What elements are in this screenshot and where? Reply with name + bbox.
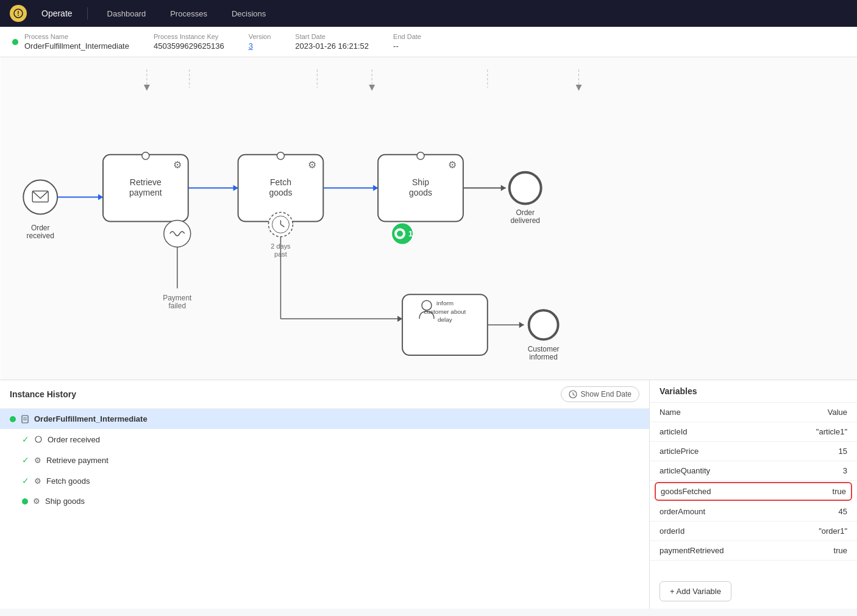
svg-text:Order: Order [31, 224, 50, 232]
brand-name: Operate [41, 9, 73, 18]
process-header: Process Name OrderFulfillment_Intermedia… [0, 27, 857, 57]
history-header: Instance History Show End Date [0, 380, 649, 409]
nav-dashboard[interactable]: Dashboard [102, 7, 151, 21]
completed-check-icon: ✓ [22, 434, 29, 444]
history-title: Instance History [10, 389, 76, 399]
gear-icon-fetch: ⚙ [34, 476, 41, 486]
history-item-order-received[interactable]: ✓ Order received [0, 429, 649, 450]
instance-key-field: Process Instance Key 4503599629625136 [154, 33, 224, 51]
svg-text:received: received [27, 232, 54, 240]
svg-text:goods: goods [409, 188, 432, 197]
completed-check-icon-2: ✓ [22, 455, 29, 465]
nav-decisions[interactable]: Decisions [227, 7, 271, 21]
svg-text:failed: failed [168, 302, 186, 310]
process-name-label: Process Name [24, 33, 129, 40]
version-value[interactable]: 3 [249, 41, 271, 51]
svg-text:payment: payment [129, 188, 162, 197]
var-row-articleprice: articlePrice 15 [650, 442, 857, 461]
var-value-paymentretrieved: true [834, 546, 847, 555]
version-label: Version [249, 33, 271, 40]
history-item-root[interactable]: OrderFulfillment_Intermediate [0, 409, 649, 429]
svg-text:⚙: ⚙ [308, 160, 316, 170]
gear-icon-retrieve: ⚙ [34, 456, 41, 465]
svg-point-53 [510, 172, 541, 204]
var-row-orderid: orderId "order1" [650, 522, 857, 541]
var-name-articleprice: articlePrice [660, 447, 839, 456]
process-name-field: Process Name OrderFulfillment_Intermedia… [24, 33, 129, 51]
variables-table: Name Value articleId "article1" articleP… [650, 403, 857, 574]
var-value-articlequantity: 3 [843, 466, 847, 475]
svg-point-66 [529, 310, 558, 339]
add-variable-button[interactable]: + Add Variable [660, 581, 731, 601]
svg-point-12 [23, 180, 57, 214]
svg-text:1: 1 [408, 229, 413, 238]
svg-text:⚙: ⚙ [173, 160, 182, 170]
var-row-goodsfetched: goodsFetched true [655, 482, 852, 501]
svg-text:delivered: delivered [510, 216, 540, 225]
start-date-label: Start Date [295, 33, 369, 40]
history-fetch-goods-label: Fetch goods [46, 476, 90, 486]
history-ship-goods-label: Ship goods [45, 497, 85, 506]
var-name-paymentretrieved: paymentRetrieved [660, 546, 834, 555]
nav-processes[interactable]: Processes [165, 7, 212, 21]
var-value-orderid: "order1" [819, 526, 847, 536]
var-row-paymentretrieved: paymentRetrieved true [650, 541, 857, 561]
var-name-articleid: articleId [660, 427, 816, 436]
instance-key-value: 4503599629625136 [154, 41, 224, 51]
top-navigation: ! Operate Dashboard Processes Decisions [0, 0, 857, 27]
svg-text:⚙: ⚙ [448, 160, 457, 170]
svg-point-75 [35, 436, 41, 442]
svg-text:Customer: Customer [528, 345, 560, 353]
svg-point-23 [164, 220, 191, 247]
var-name-goodsfetched: goodsFetched [661, 487, 833, 496]
variables-panel: Variables Name Value articleId "article1… [650, 380, 857, 609]
gear-icon-ship: ⚙ [33, 497, 40, 506]
add-variable-label: + Add Variable [670, 587, 721, 596]
svg-point-20 [142, 152, 149, 160]
instance-history-panel: Instance History Show End Date Ord [0, 380, 650, 609]
show-end-date-label: Show End Date [581, 390, 631, 398]
clock-icon [569, 390, 577, 398]
start-date-value: 2023-01-26 16:21:52 [295, 41, 369, 51]
var-name-articlequantity: articleQuantity [660, 466, 843, 475]
svg-text:goods: goods [269, 188, 292, 197]
history-item-retrieve-payment[interactable]: ✓ ⚙ Retrieve payment [0, 450, 649, 470]
history-order-received-label: Order received [48, 435, 100, 444]
svg-text:Fetch: Fetch [270, 177, 291, 187]
var-row-orderamount: orderAmount 45 [650, 502, 857, 522]
svg-text:Order: Order [516, 209, 535, 218]
history-list: OrderFulfillment_Intermediate ✓ Order re… [0, 409, 649, 609]
svg-text:delay: delay [438, 316, 452, 323]
history-item-ship-goods[interactable]: ⚙ Ship goods [0, 491, 649, 511]
svg-text:Payment: Payment [163, 294, 192, 302]
instance-key-label: Process Instance Key [154, 33, 224, 40]
svg-text:informed: informed [529, 353, 558, 361]
svg-text:!: ! [17, 10, 19, 17]
svg-text:customer about: customer about [424, 308, 466, 315]
history-root-label: OrderFulfillment_Intermediate [34, 414, 148, 423]
completed-check-icon-3: ✓ [22, 476, 29, 486]
show-end-date-button[interactable]: Show End Date [561, 386, 639, 402]
svg-line-71 [573, 394, 575, 395]
process-status-dot [12, 39, 18, 45]
end-date-label: End Date [393, 33, 421, 40]
process-diagram[interactable]: Order received ⚙ Retrieve payment Paymen… [0, 57, 857, 380]
variables-title: Variables [650, 380, 857, 403]
version-field: Version 3 [249, 33, 271, 51]
var-name-orderid: orderId [660, 526, 819, 536]
active-status-icon-ship [22, 498, 28, 504]
svg-point-49 [397, 230, 403, 236]
history-item-fetch-goods[interactable]: ✓ ⚙ Fetch goods [0, 470, 649, 491]
var-value-goodsfetched: true [833, 487, 846, 496]
svg-point-31 [277, 152, 284, 160]
process-name-value: OrderFulfillment_Intermediate [24, 41, 129, 51]
svg-point-44 [417, 152, 424, 160]
svg-text:Ship: Ship [412, 177, 429, 187]
process-status-section: Process Name OrderFulfillment_Intermedia… [12, 33, 129, 51]
var-value-articleid: "article1" [816, 427, 847, 436]
app-logo: ! [10, 5, 27, 22]
var-name-col-header: Name [660, 408, 828, 417]
variables-header-row: Name Value [650, 403, 857, 422]
var-name-orderamount: orderAmount [660, 507, 839, 516]
active-status-icon [10, 416, 16, 422]
